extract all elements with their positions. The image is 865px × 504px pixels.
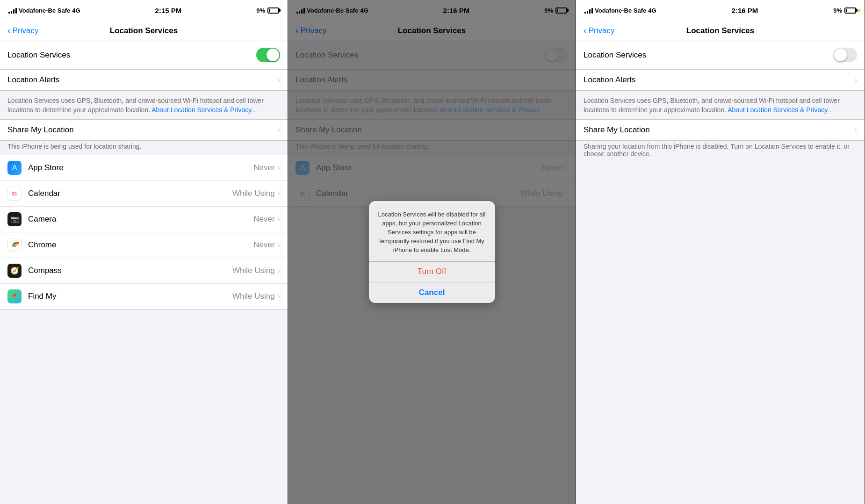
app-row-appstore-1[interactable]: A App Store Never › [0,155,288,181]
nav-title-1: Location Services [110,26,178,36]
toggle-thumb-3 [834,49,847,61]
status-right-3: 9% ⚡ [833,7,856,14]
app-list-1: A App Store Never › 31 Calendar While Us… [0,155,288,310]
location-alerts-chevron-3: › [855,76,857,84]
about-link-3[interactable]: About Location Services & Privacy… [728,106,834,114]
about-link-1[interactable]: About Location Services & Privacy… [151,106,258,114]
location-services-toggle-1[interactable] [256,48,280,62]
location-services-row-1[interactable]: Location Services [0,41,288,69]
network-3: 4G [648,7,656,14]
chrome-label-1: Chrome [28,240,253,250]
compass-value-1: While Using [232,266,275,275]
back-chevron-1: ‹ [7,25,11,36]
alert-dialog: Location Services will be disabled for a… [369,201,495,302]
findmy-icon-1: 📍 [7,289,22,303]
location-services-label-3: Location Services [584,50,646,60]
camera-value-1: Never [253,215,274,224]
location-alerts-section-3: Location Alerts › [576,69,865,91]
share-location-section-1: Share My Location › [0,119,288,141]
alert-message: Location Services will be disabled for a… [378,211,486,253]
turn-off-button[interactable]: Turn Off [369,262,495,282]
share-location-row-1[interactable]: Share My Location › [0,120,288,140]
back-button-1[interactable]: ‹ Privacy [7,25,38,36]
sharing-info-1: This iPhone is being used for location s… [0,141,288,155]
app-row-camera-1[interactable]: 📷 Camera Never › [0,207,288,232]
findmy-value-1: While Using [232,292,275,301]
phone-panel-3: Vodafone-Be Safe 4G 2:16 PM 9% ⚡ ‹ Priva… [576,0,865,504]
alert-body: Location Services will be disabled for a… [369,201,495,261]
signal-icon-3 [584,7,593,14]
appstore-label-1: App Store [28,163,253,173]
signal-icon [8,7,17,14]
location-alerts-row-1[interactable]: Location Alerts › [0,70,288,90]
location-alerts-label-1: Location Alerts [7,75,278,85]
location-alerts-label-3: Location Alerts [584,75,855,85]
back-label-1[interactable]: Privacy [13,26,39,36]
content-3: Location Services Location Alerts › Loca… [576,41,865,504]
app-row-compass-1[interactable]: 🧭 Compass While Using › [0,258,288,284]
location-services-toggle-3[interactable] [833,48,857,62]
share-location-chevron-3: › [855,126,857,134]
modal-overlay-2: Location Services will be disabled for a… [288,0,576,504]
phone-panel-1: Vodafone-Be Safe 4G 2:15 PM 9% ‹ Privacy… [0,0,288,504]
content-1: Location Services Location Alerts › Loca… [0,41,288,504]
camera-label-1: Camera [28,215,253,224]
status-bar-1: Vodafone-Be Safe 4G 2:15 PM 9% [0,0,288,21]
sharing-info-3: Sharing your location from this iPhone i… [576,141,865,162]
appstore-icon-1: A [7,161,22,175]
status-bar-3: Vodafone-Be Safe 4G 2:16 PM 9% ⚡ [576,0,865,21]
carrier-1: Vodafone-Be Safe [19,7,70,14]
time-1: 2:15 PM [155,7,182,14]
compass-icon-1: 🧭 [7,264,22,278]
time-3: 2:16 PM [732,7,758,14]
location-services-row-3[interactable]: Location Services [576,41,865,69]
status-right-1: 9% [256,7,279,14]
cancel-button[interactable]: Cancel [369,282,495,303]
status-left-1: Vodafone-Be Safe 4G [8,7,80,14]
toggle-thumb-1 [267,49,279,61]
chrome-value-1: Never [253,240,274,250]
description-3: Location Services uses GPS, Bluetooth, a… [576,91,865,119]
network-1: 4G [72,7,80,14]
back-chevron-3: ‹ [584,25,587,36]
back-label-3[interactable]: Privacy [589,26,615,36]
nav-bar-3: ‹ Privacy Location Services [576,21,865,41]
compass-label-1: Compass [28,266,232,275]
app-row-findmy-1[interactable]: 📍 Find My While Using › [0,284,288,309]
share-location-chevron-1: › [278,126,280,134]
calendar-icon-1: 31 [7,187,22,201]
camera-icon-1: 📷 [7,212,22,226]
calendar-value-1: While Using [232,189,275,198]
location-services-label-1: Location Services [7,50,70,60]
calendar-label-1: Calendar [28,189,232,198]
appstore-value-1: Never [253,163,274,173]
description-1: Location Services uses GPS, Bluetooth, a… [0,91,288,119]
battery-pct-1: 9% [256,7,265,14]
location-alerts-row-3[interactable]: Location Alerts › [576,70,865,90]
status-left-3: Vodafone-Be Safe 4G [584,7,656,14]
nav-bar-1: ‹ Privacy Location Services [0,21,288,41]
app-row-chrome-1[interactable]: Chrome Never › [0,232,288,258]
app-row-calendar-1[interactable]: 31 Calendar While Using › [0,181,288,207]
back-button-3[interactable]: ‹ Privacy [584,25,614,36]
carrier-3: Vodafone-Be Safe [595,7,646,14]
findmy-label-1: Find My [28,292,232,301]
nav-title-3: Location Services [686,26,755,36]
share-location-row-3[interactable]: Share My Location › [576,120,865,140]
location-alerts-chevron-1: › [278,76,280,84]
battery-pct-3: 9% [833,7,842,14]
share-location-section-3: Share My Location › [576,119,865,141]
battery-icon-1 [267,7,279,14]
chrome-icon-1 [7,238,22,252]
share-location-label-3: Share My Location [584,125,855,135]
share-location-label-1: Share My Location [7,125,278,135]
battery-icon-3: ⚡ [844,7,856,14]
location-alerts-section-1: Location Alerts › [0,69,288,91]
phone-panel-2: Vodafone-Be Safe 4G 2:16 PM 9% ‹ Privacy… [288,0,576,504]
